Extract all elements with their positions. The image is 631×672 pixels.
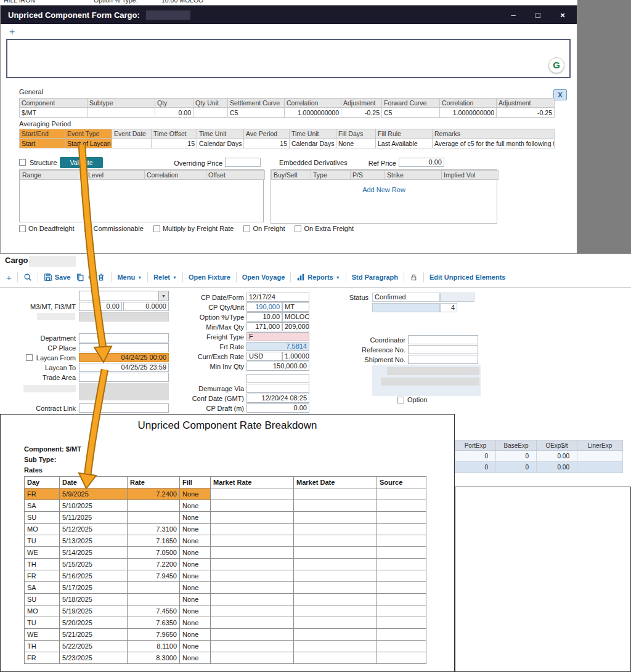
reports-button[interactable]: Reports ▼ — [296, 273, 340, 281]
cell-market-date — [294, 500, 377, 512]
rate-row[interactable]: FR 5/23/2025 8.3000 None — [25, 652, 426, 664]
close-button[interactable]: × — [553, 10, 572, 20]
minimize-button[interactable]: – — [504, 10, 523, 20]
validate-button[interactable]: Validate — [60, 157, 103, 168]
caret-down-icon: ▼ — [137, 275, 142, 280]
rate-row[interactable]: MO 5/12/2025 7.3100 None — [25, 524, 426, 535]
checkbox[interactable] — [84, 225, 91, 232]
status-field[interactable]: Confirmed — [372, 293, 440, 302]
cp-place-field[interactable] — [79, 343, 169, 352]
flag-checkbox-item[interactable]: Multiply by Freight Rate — [153, 225, 234, 232]
reference-no-field[interactable] — [408, 345, 478, 354]
rate-row[interactable]: MO 5/19/2025 7.4550 None — [25, 605, 426, 617]
ref-price-input[interactable]: 0.00 — [399, 158, 444, 167]
grammarly-icon[interactable]: G — [548, 57, 564, 73]
option-pct-field[interactable]: 10.00 — [246, 312, 282, 322]
coordinator-field[interactable] — [408, 335, 478, 344]
expense-row[interactable]: 0 0 0.00 — [455, 451, 623, 462]
checkbox-label: On Extra Freight — [304, 225, 354, 232]
cell-date: 5/14/2025 — [60, 547, 128, 559]
caret-down-icon[interactable]: ▼ — [158, 291, 168, 301]
cp-draft-field[interactable]: 0.00 — [246, 403, 309, 413]
menu-button[interactable]: Menu ▼ — [117, 273, 142, 281]
frt-rate-field[interactable]: 7.5814 — [246, 342, 309, 351]
open-fixture-button[interactable]: Open Fixture — [189, 273, 230, 281]
rate-row[interactable]: SU 5/18/2025 None — [25, 594, 426, 605]
cp-date-field[interactable]: 12/17/24 — [246, 293, 309, 302]
open-voyage-button[interactable]: Open Voyage — [242, 273, 285, 281]
general-row[interactable]: $/MT 0.00 C5 1.0000000000 -0.25 C5 1.000… — [20, 108, 555, 118]
contract-link-field[interactable] — [79, 403, 169, 413]
search-button[interactable] — [23, 273, 32, 281]
department-field[interactable] — [79, 333, 169, 342]
shipment-no-field[interactable] — [408, 355, 478, 364]
new-button[interactable]: + — [6, 272, 12, 283]
flag-checkbox-item[interactable]: Commissionable — [84, 225, 144, 232]
cp-qty-field[interactable]: 190,000 — [246, 302, 282, 312]
exch-rate-field[interactable]: 1.000000 — [282, 352, 309, 361]
maximize-button[interactable]: □ — [529, 10, 547, 20]
demurrage-via-field[interactable] — [246, 384, 309, 393]
overriding-price-input[interactable] — [225, 158, 261, 167]
expense-row[interactable]: 0 0 0.00 — [455, 462, 623, 473]
trade-area-field[interactable] — [79, 373, 169, 382]
lock-button[interactable] — [410, 273, 418, 281]
relet-button[interactable]: Relet ▼ — [153, 273, 177, 281]
checkbox[interactable] — [243, 225, 250, 232]
freight-type-field[interactable]: F — [246, 332, 309, 341]
rate-row[interactable]: TH 5/15/2025 7.2200 None — [25, 559, 426, 570]
edit-unpriced-elements-button[interactable]: Edit Unpriced Elements — [429, 273, 505, 281]
cell-component: $/MT — [20, 108, 88, 118]
cell-market-date — [294, 594, 377, 605]
min-qty-field[interactable]: 171,000 — [246, 322, 282, 331]
checkbox[interactable] — [153, 225, 160, 232]
conf-date-field[interactable]: 12/20/24 08:25 — [246, 394, 309, 403]
rate-row[interactable]: SA 5/17/2025 None — [25, 582, 426, 594]
option-type-field[interactable]: MOLOO — [282, 312, 309, 322]
delete-button[interactable] — [97, 273, 105, 281]
laycan-from-field[interactable]: 04/24/25 00:00 — [79, 353, 169, 362]
cargo-type-dropdown[interactable]: ▼ — [79, 291, 169, 301]
toolbar-separator — [182, 272, 183, 282]
description-textarea[interactable]: G — [6, 39, 571, 78]
rate-row[interactable]: SU 5/11/2025 None — [25, 512, 426, 524]
save-button[interactable]: Save — [44, 273, 71, 281]
status-detail-field — [372, 303, 440, 312]
cell-source — [377, 594, 426, 605]
averaging-row[interactable]: Start Start of Laycan 15 Calendar Days 1… — [20, 139, 555, 148]
checkbox[interactable] — [19, 225, 26, 232]
flag-checkbox-item[interactable]: On Deadfreight — [19, 225, 75, 232]
flag-checkbox-item[interactable]: On Freight — [243, 225, 285, 232]
cp-qty-unit-field[interactable]: MT — [282, 302, 309, 312]
expense-header-row: PortExpBaseExpOExp$/tLinerExp — [455, 440, 623, 451]
rate-row[interactable]: TH 5/22/2025 8.1100 None — [25, 641, 426, 652]
rate-row[interactable]: TU 5/13/2025 7.1650 None — [25, 535, 426, 547]
rates-table: DayDateRateFillMarket RateMarket DateSou… — [24, 476, 426, 664]
flag-checkbox-item[interactable]: On Extra Freight — [295, 225, 354, 232]
option-checkbox[interactable] — [397, 397, 404, 403]
rate-row[interactable]: SA 5/10/2025 None — [25, 500, 426, 512]
add-icon[interactable]: + — [9, 26, 15, 38]
min-inv-field[interactable]: 150,000.00 — [246, 362, 309, 371]
structure-checkbox[interactable] — [19, 159, 26, 166]
rate-row[interactable]: FR 5/9/2025 7.2400 None — [25, 488, 426, 500]
rate-row[interactable]: TU 5/20/2025 7.6350 None — [25, 617, 426, 629]
m3-field[interactable]: 0.00 — [79, 302, 122, 311]
column-header: Start/End — [20, 129, 65, 139]
copy-button[interactable]: ▼ — [76, 273, 91, 281]
laycan-to-field[interactable]: 04/25/25 23:59 — [79, 363, 169, 372]
cell-market-rate — [211, 524, 294, 535]
checkbox[interactable] — [295, 225, 301, 232]
currency-field[interactable]: USD — [246, 352, 282, 361]
cell-market-rate — [211, 629, 294, 641]
ft3-field[interactable]: 0.0000 — [123, 302, 169, 311]
add-new-row-link[interactable]: Add New Row — [271, 186, 497, 193]
rate-row[interactable]: WE 5/21/2025 7.9650 None — [25, 629, 426, 641]
cell-adjustment: -0.25 — [341, 108, 382, 118]
close-x-button[interactable]: X — [553, 89, 567, 100]
unlabeled-field[interactable] — [246, 374, 309, 383]
max-qty-field[interactable]: 209,000 — [282, 322, 309, 331]
rate-row[interactable]: WE 5/14/2025 7.0500 None — [25, 547, 426, 559]
rate-row[interactable]: FR 5/16/2025 7.9450 None — [25, 570, 426, 582]
std-paragraph-button[interactable]: Std Paragraph — [352, 273, 398, 281]
